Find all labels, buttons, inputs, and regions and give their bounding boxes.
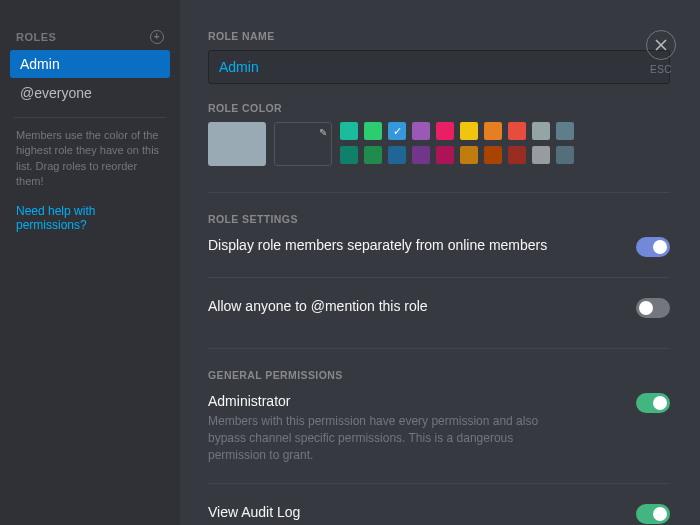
permissions-help-link[interactable]: Need help with permissions? bbox=[10, 190, 170, 232]
view-audit-log-title: View Audit Log bbox=[208, 504, 548, 520]
role-name-label: ROLE NAME bbox=[208, 30, 670, 42]
general-permissions-label: GENERAL PERMISSIONS bbox=[208, 369, 670, 381]
custom-color-swatch[interactable]: ✎ bbox=[274, 122, 332, 166]
administrator-desc: Members with this permission have every … bbox=[208, 413, 548, 463]
color-swatch[interactable] bbox=[508, 122, 526, 140]
color-swatch[interactable] bbox=[340, 122, 358, 140]
close-icon bbox=[655, 39, 667, 51]
color-swatch[interactable] bbox=[436, 146, 454, 164]
sidebar-help-text: Members use the color of the highest rol… bbox=[10, 128, 170, 190]
color-swatch[interactable] bbox=[460, 146, 478, 164]
roles-sidebar: ROLES + Admin@everyone Members use the c… bbox=[0, 0, 180, 525]
color-swatch[interactable] bbox=[484, 146, 502, 164]
roles-header: ROLES bbox=[16, 31, 56, 43]
color-swatch[interactable] bbox=[532, 122, 550, 140]
color-swatch[interactable] bbox=[364, 146, 382, 164]
close-button[interactable] bbox=[646, 30, 676, 60]
role-settings-label: ROLE SETTINGS bbox=[208, 213, 670, 225]
display-separately-toggle[interactable] bbox=[636, 237, 670, 257]
administrator-title: Administrator bbox=[208, 393, 548, 409]
color-swatch[interactable] bbox=[556, 146, 574, 164]
color-swatch[interactable] bbox=[388, 146, 406, 164]
main-panel: ROLE NAME ROLE COLOR ✎ ✓ ROLE SETTINGS D… bbox=[180, 0, 700, 525]
color-swatch[interactable] bbox=[460, 122, 478, 140]
add-role-button[interactable]: + bbox=[150, 30, 164, 44]
display-separately-title: Display role members separately from onl… bbox=[208, 237, 547, 253]
color-swatch[interactable] bbox=[484, 122, 502, 140]
role-item-everyone[interactable]: @everyone bbox=[10, 79, 170, 107]
color-swatch[interactable] bbox=[340, 146, 358, 164]
color-swatch[interactable] bbox=[508, 146, 526, 164]
administrator-toggle[interactable] bbox=[636, 393, 670, 413]
role-name-input[interactable] bbox=[208, 50, 670, 84]
color-swatch[interactable] bbox=[412, 146, 430, 164]
role-color-label: ROLE COLOR bbox=[208, 102, 670, 114]
allow-mention-title: Allow anyone to @mention this role bbox=[208, 298, 428, 314]
color-swatch[interactable] bbox=[364, 122, 382, 140]
color-swatch[interactable]: ✓ bbox=[388, 122, 406, 140]
close-label: ESC bbox=[646, 64, 676, 75]
color-swatch[interactable] bbox=[532, 146, 550, 164]
default-color-swatch[interactable] bbox=[208, 122, 266, 166]
color-swatch[interactable] bbox=[556, 122, 574, 140]
view-audit-log-toggle[interactable] bbox=[636, 504, 670, 524]
role-item-Admin[interactable]: Admin bbox=[10, 50, 170, 78]
allow-mention-toggle[interactable] bbox=[636, 298, 670, 318]
color-swatch[interactable] bbox=[412, 122, 430, 140]
eyedropper-icon: ✎ bbox=[319, 127, 327, 138]
color-swatch[interactable] bbox=[436, 122, 454, 140]
